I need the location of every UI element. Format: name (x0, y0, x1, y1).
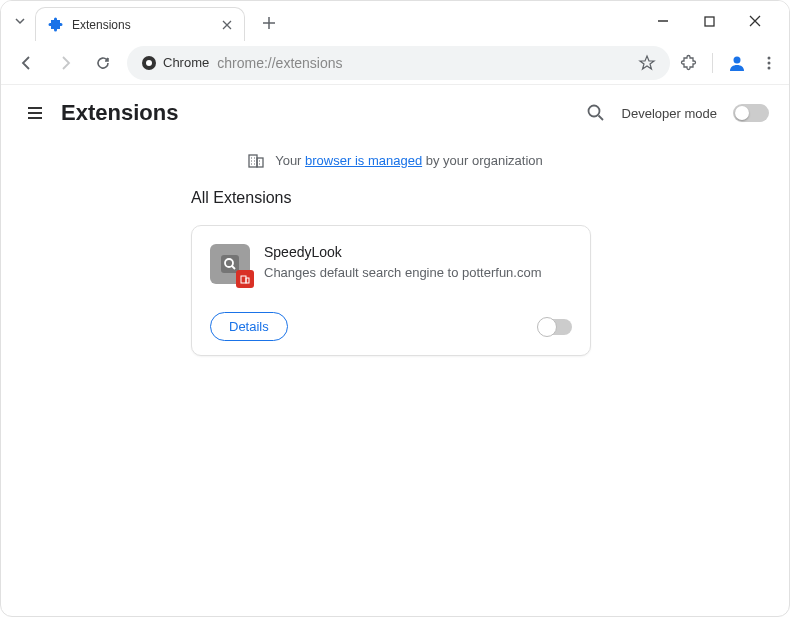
browser-tab[interactable]: Extensions (35, 7, 245, 41)
svg-rect-13 (246, 278, 249, 283)
header-actions: Developer mode (586, 103, 769, 123)
svg-rect-12 (241, 276, 246, 283)
url-text: chrome://extensions (217, 55, 342, 71)
search-icon[interactable] (586, 103, 606, 123)
tabstrip: Extensions (9, 1, 283, 41)
reload-icon (94, 54, 112, 72)
svg-point-4 (768, 56, 771, 59)
svg-point-5 (768, 61, 771, 64)
reload-button[interactable] (89, 49, 117, 77)
puzzle-icon (48, 17, 64, 33)
tab-title: Extensions (72, 18, 212, 32)
tab-search-dropdown[interactable] (9, 10, 31, 32)
hamburger-icon (25, 103, 45, 123)
managed-link[interactable]: browser is managed (305, 153, 422, 168)
managed-banner: Your browser is managed by your organiza… (1, 141, 789, 189)
hamburger-menu[interactable] (21, 99, 49, 127)
profile-icon[interactable] (727, 53, 747, 73)
address-bar[interactable]: Chrome chrome://extensions (127, 46, 670, 80)
arrow-left-icon (18, 54, 36, 72)
close-window-button[interactable] (743, 9, 767, 33)
chevron-down-icon (14, 15, 26, 27)
star-icon[interactable] (638, 54, 656, 72)
extensions-header: Extensions Developer mode (1, 85, 789, 141)
extension-card: SpeedyLook Changes default search engine… (191, 225, 591, 356)
separator (712, 53, 713, 73)
extension-card-footer: Details (192, 302, 590, 355)
page-title: Extensions (61, 100, 178, 126)
managed-text: Your browser is managed by your organiza… (275, 153, 543, 168)
maximize-icon (704, 16, 715, 27)
maximize-button[interactable] (697, 9, 721, 33)
svg-point-3 (734, 56, 741, 63)
svg-point-2 (146, 60, 152, 66)
building-icon (247, 151, 265, 169)
svg-rect-8 (249, 155, 257, 167)
plus-icon (262, 16, 276, 30)
arrow-right-icon (56, 54, 74, 72)
managed-badge-icon (236, 270, 254, 288)
site-chip-label: Chrome (163, 55, 209, 70)
extension-card-body: SpeedyLook Changes default search engine… (192, 226, 590, 302)
chrome-icon (141, 55, 157, 71)
window-controls (651, 9, 781, 33)
extension-icon-wrap (210, 244, 250, 284)
forward-button[interactable] (51, 49, 79, 77)
new-tab-button[interactable] (255, 9, 283, 37)
extensions-icon[interactable] (680, 54, 698, 72)
extension-toggle[interactable] (538, 319, 572, 335)
svg-rect-9 (257, 158, 263, 167)
svg-point-6 (768, 66, 771, 69)
menu-dots-icon[interactable] (761, 55, 777, 71)
tab-close-button[interactable] (220, 18, 234, 32)
section-title: All Extensions (191, 189, 599, 207)
extension-name: SpeedyLook (264, 244, 572, 260)
svg-point-7 (588, 106, 599, 117)
close-icon (749, 15, 761, 27)
close-icon (222, 20, 232, 30)
browser-toolbar: Chrome chrome://extensions (1, 41, 789, 85)
developer-mode-toggle[interactable] (733, 104, 769, 122)
svg-rect-0 (705, 17, 714, 26)
minimize-icon (657, 15, 669, 27)
details-button[interactable]: Details (210, 312, 288, 341)
window-titlebar: Extensions (1, 1, 789, 41)
toolbar-actions (680, 53, 777, 73)
back-button[interactable] (13, 49, 41, 77)
minimize-button[interactable] (651, 9, 675, 33)
site-chip[interactable]: Chrome (141, 55, 209, 71)
extension-description: Changes default search engine to potterf… (264, 264, 572, 282)
extensions-content: All Extensions SpeedyLook Changes defaul… (1, 189, 789, 356)
extension-info: SpeedyLook Changes default search engine… (264, 244, 572, 284)
developer-mode-label: Developer mode (622, 106, 717, 121)
